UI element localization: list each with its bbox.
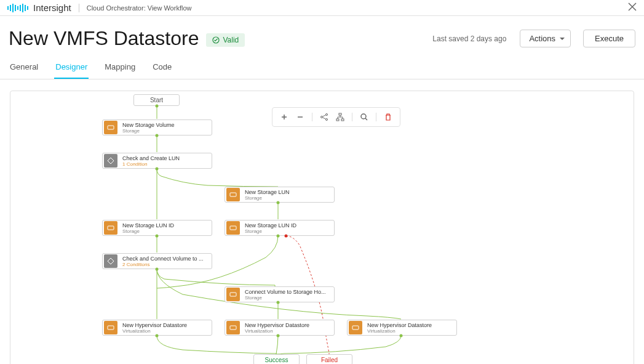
task-new-hypervisor-ds-3[interactable]: New Hypervisor DatastoreVirtualization xyxy=(347,320,457,336)
task-new-hypervisor-ds-1[interactable]: New Hypervisor DatastoreVirtualization xyxy=(102,320,212,336)
storage-icon xyxy=(226,288,240,301)
task-connect-volume[interactable]: Connect Volume to Storage Ho...Storage xyxy=(225,286,335,302)
cisco-logo xyxy=(7,4,28,12)
task-check-connect-volume[interactable]: Check and Connect Volume to ...2 Conditi… xyxy=(102,253,212,269)
svg-rect-6 xyxy=(341,119,344,121)
svg-rect-9 xyxy=(230,193,236,196)
svg-rect-11 xyxy=(230,226,236,230)
check-circle-icon xyxy=(212,36,220,44)
breadcrumb: Cloud Orchestrator: View Workflow xyxy=(87,4,192,12)
task-new-storage-lun-id-right[interactable]: New Storage LUN IDStorage xyxy=(225,220,335,236)
success-node[interactable]: Success xyxy=(253,354,300,364)
layout-icon[interactable] xyxy=(335,111,346,123)
svg-point-2 xyxy=(326,114,328,116)
svg-rect-14 xyxy=(230,326,236,330)
canvas-toolbar xyxy=(272,107,400,127)
storage-icon xyxy=(104,221,117,235)
svg-point-3 xyxy=(326,119,328,121)
actions-dropdown[interactable]: Actions xyxy=(520,30,571,47)
share-icon[interactable] xyxy=(319,111,330,123)
header-bar: Intersight Cloud Orchestrator: View Work… xyxy=(0,0,644,16)
header-divider xyxy=(79,4,79,12)
task-new-hypervisor-ds-2[interactable]: New Hypervisor DatastoreVirtualization xyxy=(225,320,335,336)
tab-bar: General Designer Mapping Code xyxy=(0,56,644,79)
virtualization-icon xyxy=(349,321,362,334)
workflow-canvas[interactable]: Start New Storage VolumeStorage Check an… xyxy=(10,91,634,364)
last-saved-text: Last saved 2 days ago xyxy=(432,34,506,43)
condition-icon xyxy=(104,254,117,268)
svg-rect-15 xyxy=(352,326,359,330)
page-title: New VMFS Datastore xyxy=(9,27,199,50)
tab-mapping[interactable]: Mapping xyxy=(103,56,137,79)
status-text: Valid xyxy=(223,36,239,44)
close-button[interactable] xyxy=(628,2,637,14)
failed-node[interactable]: Failed xyxy=(306,354,352,364)
title-bar: New VMFS Datastore Valid Last saved 2 da… xyxy=(0,16,644,56)
task-check-create-lun[interactable]: Check and Create LUN1 Condition xyxy=(102,153,212,169)
svg-point-7 xyxy=(361,114,366,119)
tab-designer[interactable]: Designer xyxy=(54,56,89,79)
zoom-in-icon[interactable] xyxy=(279,111,290,123)
status-badge: Valid xyxy=(206,33,245,47)
execute-button[interactable]: Execute xyxy=(583,30,635,47)
virtualization-icon xyxy=(226,321,240,334)
virtualization-icon xyxy=(104,321,117,334)
search-icon[interactable] xyxy=(359,111,370,123)
tab-general[interactable]: General xyxy=(9,56,39,79)
delete-icon[interactable] xyxy=(383,111,394,123)
task-new-storage-volume[interactable]: New Storage VolumeStorage xyxy=(102,119,212,135)
svg-rect-12 xyxy=(230,293,236,296)
condition-icon xyxy=(104,154,117,168)
svg-rect-8 xyxy=(108,126,114,129)
storage-icon xyxy=(226,221,240,235)
task-new-storage-lun[interactable]: New Storage LUNStorage xyxy=(225,187,335,203)
svg-rect-10 xyxy=(108,226,114,230)
svg-rect-5 xyxy=(336,119,339,121)
svg-point-1 xyxy=(321,116,323,118)
task-new-storage-lun-id-left[interactable]: New Storage LUN IDStorage xyxy=(102,220,212,236)
storage-icon xyxy=(104,121,117,134)
brand-name: Intersight xyxy=(33,2,71,13)
tab-code[interactable]: Code xyxy=(151,56,173,79)
zoom-out-icon[interactable] xyxy=(295,111,306,123)
svg-rect-13 xyxy=(108,326,114,330)
storage-icon xyxy=(226,188,240,201)
svg-rect-4 xyxy=(339,113,341,115)
